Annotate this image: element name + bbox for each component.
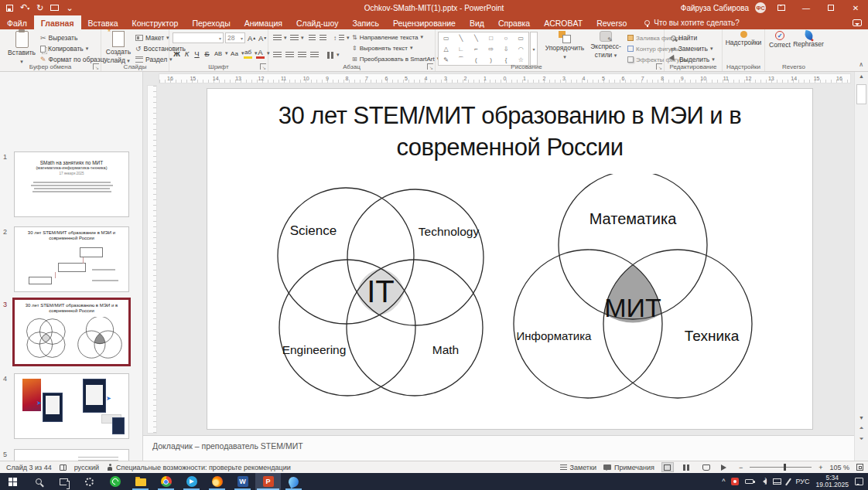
language-indicator[interactable]: русский: [74, 464, 99, 471]
normal-view-button[interactable]: [661, 462, 674, 472]
underline-button[interactable]: Ч: [193, 48, 201, 59]
shapes-gallery[interactable]: ▭╲╲□○▭△∟⌐⇨⇩◠✎⌒(){☆: [438, 32, 529, 66]
vertical-scrollbar[interactable]: ▲ ▼ ⏶ ⏷: [854, 72, 868, 461]
bold-button[interactable]: Ж: [173, 48, 181, 59]
start-slideshow-icon[interactable]: [50, 4, 59, 12]
reverso-correct-button[interactable]: ✓ Correct: [765, 31, 795, 49]
undo-icon[interactable]: ↶▾: [20, 3, 29, 12]
scroll-up-icon[interactable]: ▲: [856, 73, 866, 79]
file-explorer-button[interactable]: [128, 473, 153, 490]
chrome-button[interactable]: [153, 473, 179, 490]
tab-slideshow[interactable]: Слайд-шоу: [289, 15, 345, 29]
word-button[interactable]: W: [230, 473, 255, 490]
tab-home[interactable]: Главная: [34, 15, 81, 29]
vertical-ruler[interactable]: [147, 85, 157, 434]
change-case-button[interactable]: Аа▾: [230, 48, 244, 59]
ribbon-display-options-button[interactable]: [772, 0, 791, 15]
action-center-icon[interactable]: [855, 478, 863, 485]
thumbnail-slide-4[interactable]: ➤ ➤: [14, 373, 129, 439]
zoom-in-button[interactable]: +: [818, 464, 822, 471]
venn-diagram-mit[interactable]: Математика Информатика Техника МИТ: [509, 174, 757, 410]
network-icon[interactable]: [773, 478, 781, 485]
numbering-button[interactable]: ▾: [290, 32, 304, 43]
powerpoint-button-active[interactable]: P: [255, 473, 281, 490]
scroll-down-icon[interactable]: ▼: [856, 415, 866, 420]
tab-design[interactable]: Конструктор: [125, 15, 186, 29]
tab-file[interactable]: Файл: [0, 15, 34, 29]
font-color-button[interactable]: А▾: [256, 48, 270, 59]
zoom-slider-thumb[interactable]: [784, 464, 786, 471]
justify-button[interactable]: [310, 49, 319, 60]
recording-tray-icon[interactable]: [731, 478, 739, 485]
venn-diagram-stem[interactable]: Science Technology Engineering Math IT: [263, 179, 495, 410]
comments-toggle-button[interactable]: Примечания: [603, 464, 654, 471]
tab-insert[interactable]: Вставка: [81, 15, 125, 29]
text-highlight-button[interactable]: аб▾: [244, 48, 258, 59]
cut-button[interactable]: ✂Вырезать: [40, 32, 77, 43]
columns-button[interactable]: ▾: [327, 49, 340, 60]
settings-button[interactable]: [77, 473, 102, 490]
quick-styles-button[interactable]: Экспресс-стили ▾: [587, 31, 624, 59]
convert-smartart-button[interactable]: ⊞Преобразовать в SmartArt▾: [352, 53, 439, 64]
font-name-combo[interactable]: ▾: [173, 32, 224, 43]
zoom-level[interactable]: 105 %: [829, 464, 849, 471]
reading-view-button[interactable]: [700, 462, 713, 472]
align-text-button[interactable]: ⇕Выровнять текст▾: [352, 43, 413, 53]
accessibility-checker[interactable]: Специальные возможности: проверьте реком…: [107, 464, 291, 471]
shapes-gallery-more-button[interactable]: ▾: [530, 32, 538, 66]
thumbnail-slide-1[interactable]: SMath на занятиях по МИТ (математика-инф…: [14, 151, 129, 217]
slide-counter[interactable]: Слайд 3 из 44: [6, 464, 52, 471]
keyboard-language[interactable]: РУС: [795, 478, 809, 485]
slide-title[interactable]: 30 лет STEM/МИТ образованию в МЭИ и в со…: [231, 100, 789, 163]
tab-review[interactable]: Рецензирование: [386, 15, 463, 29]
notes-text[interactable]: Докладчик – преподаватель STEM/МИТ: [152, 441, 303, 451]
spellcheck-icon[interactable]: [60, 464, 67, 471]
new-slide-button[interactable]: Создатьслайд ▾: [103, 31, 134, 64]
collapse-ribbon-button[interactable]: ∧: [859, 61, 863, 68]
arrange-button[interactable]: Упорядочить▾: [542, 31, 587, 60]
firefox-button[interactable]: [204, 473, 230, 490]
font-size-combo[interactable]: 28▾: [225, 32, 245, 43]
thumbnail-slide-5[interactable]: 16 ЗАНЯТИЙ МИТ: МАТЕМАТИКА — ИНФОРМАТИКА…: [14, 449, 129, 461]
customize-qat-icon[interactable]: ⌄: [66, 4, 73, 12]
tell-me-search[interactable]: Что вы хотите сделать?: [644, 15, 740, 29]
restore-button[interactable]: [822, 0, 840, 15]
font-dialog-launcher[interactable]: [260, 63, 266, 70]
telegram-button[interactable]: [179, 473, 204, 490]
horizontal-ruler[interactable]: 1615141312111098765432101234567891011121…: [159, 73, 851, 83]
line-spacing-button[interactable]: ↕▾: [333, 32, 350, 43]
tab-acrobat[interactable]: ACROBAT: [537, 15, 589, 29]
avatar[interactable]: ФС: [755, 2, 766, 13]
show-hidden-icons-button[interactable]: ^: [722, 478, 725, 485]
tab-animations[interactable]: Анимация: [238, 15, 289, 29]
battery-icon[interactable]: [745, 479, 754, 484]
save-icon[interactable]: [6, 5, 13, 12]
bullets-button[interactable]: ▾: [273, 32, 287, 43]
thumbnail-slide-2[interactable]: 30 лет STEM/МИТ образование в МЭИ и совр…: [14, 226, 129, 292]
browser-app-button[interactable]: [281, 473, 306, 490]
next-slide-button[interactable]: ⏷: [856, 436, 866, 442]
align-center-button[interactable]: [285, 49, 294, 60]
align-right-button[interactable]: [298, 49, 306, 60]
italic-button[interactable]: К: [183, 48, 191, 59]
tab-record[interactable]: Запись: [345, 15, 385, 29]
thumbnail-slide-3-selected[interactable]: 30 лет STEM/МИТ образованию в МЭИ и в со…: [14, 299, 129, 365]
tab-transitions[interactable]: Переходы: [185, 15, 237, 29]
zoom-slider[interactable]: [750, 467, 812, 468]
slide-sorter-view-button[interactable]: [681, 462, 693, 472]
clipboard-dialog-launcher[interactable]: [93, 63, 99, 70]
slide-canvas[interactable]: 30 лет STEM/МИТ образованию в МЭИ и в со…: [207, 89, 812, 429]
layout-button[interactable]: Макет▾: [135, 32, 169, 43]
notes-toggle-button[interactable]: Заметки: [560, 464, 596, 471]
previous-slide-button[interactable]: ⏶: [856, 425, 866, 431]
copy-button[interactable]: Копировать▾: [40, 43, 88, 54]
align-left-button[interactable]: [273, 49, 282, 60]
whatsapp-button[interactable]: [102, 473, 128, 490]
comments-icon[interactable]: [853, 19, 862, 26]
tab-view[interactable]: Вид: [463, 15, 491, 29]
text-direction-button[interactable]: ⇅Направление текста▾: [352, 32, 423, 43]
tab-help[interactable]: Справка: [491, 15, 537, 29]
scrollbar-thumb[interactable]: [856, 84, 866, 104]
decrease-indent-button[interactable]: [309, 32, 316, 43]
grow-font-button[interactable]: А▲: [247, 32, 257, 43]
